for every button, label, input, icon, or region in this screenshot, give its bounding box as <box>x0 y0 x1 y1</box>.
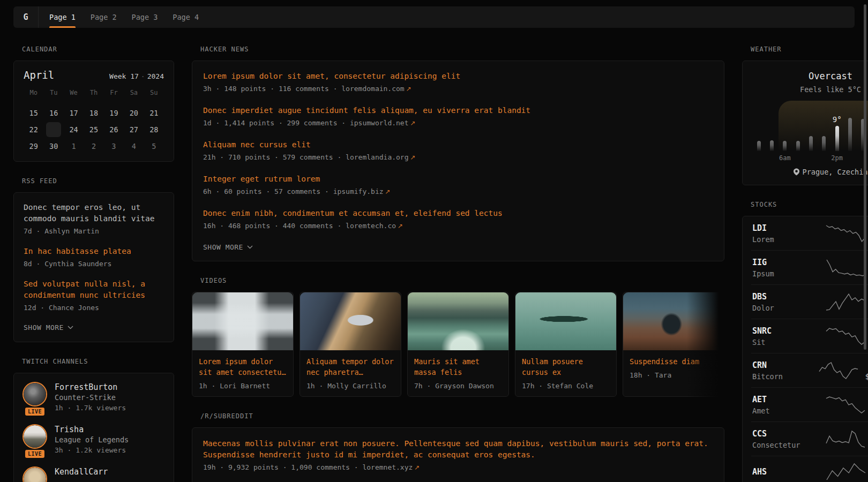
stock-identity: CCS Consectetur <box>752 428 812 450</box>
location-pin-icon <box>794 168 799 176</box>
widget-label: CALENDAR <box>22 46 174 53</box>
stock-row[interactable]: SNRC Sit +1.36% $148.64 <box>751 319 868 353</box>
video-card[interactable]: Aliquam tempor dolor nec pharetra… 1h · … <box>300 292 401 397</box>
hn-item-headline[interactable]: Donec imperdiet augue tincidunt felis al… <box>203 105 713 116</box>
subreddit-post-headline[interactable]: Maecenas mollis pulvinar erat non posuer… <box>203 438 713 461</box>
channel-avatar-wrap: LIVE <box>23 424 47 455</box>
video-thumbnail <box>300 292 401 350</box>
calendar-day: 4 <box>124 138 144 154</box>
calendar-day: 24 <box>64 121 84 138</box>
widget-label: VIDEOS <box>200 277 724 284</box>
calendar-weekday-row: MoTuWeThFrSaSu <box>24 87 164 98</box>
hn-item-domain[interactable]: loremlandia.org <box>346 153 408 161</box>
stock-ticker: CCS <box>752 428 812 439</box>
calendar-day: 21 <box>144 104 164 121</box>
weekday-label: Mo <box>24 87 43 98</box>
page-tab[interactable]: Page 2 <box>83 6 124 28</box>
videos-widget: VIDEOS Lorem ipsum dolor sit amet consec… <box>192 277 724 397</box>
rss-item-headline[interactable]: In hac habitasse platea <box>24 246 164 257</box>
hn-item-headline[interactable]: Aliquam nec cursus elit <box>203 139 713 150</box>
calendar-days-grid: 1516171819202122232425262728293012345 <box>24 104 164 154</box>
stock-row[interactable]: AET Amet +0.92% $499.72 <box>751 387 868 421</box>
weekday-label: Fr <box>104 87 124 98</box>
avatar <box>23 382 47 406</box>
stock-name: Dolor <box>752 303 812 313</box>
video-meta: 1h · Molly Carrillo <box>306 382 394 390</box>
dashboard-page: G Page 1 Page 2 Page 3 Pag <box>0 0 868 482</box>
rss-item: Sed volutpat nulla nisl, a condimentum n… <box>24 278 164 312</box>
video-title[interactable]: Mauris sit amet massa felis <box>414 356 502 378</box>
stock-name: Bitcorn <box>752 372 812 381</box>
subreddit-post-meta: 19h · 9,932 points · 1,090 comments · lo… <box>203 463 713 472</box>
stock-identity: AHS <box>752 466 812 477</box>
video-title[interactable]: Suspendisse diam <box>630 356 717 367</box>
twitch-channel-row[interactable]: LIVE ForrestBurton Counter-Strike 1h · 1… <box>23 382 165 413</box>
calendar-header: April Week 17·2024 <box>24 69 164 81</box>
channel-name: KendallCarr <box>55 466 108 477</box>
calendar-day: 5 <box>144 138 164 154</box>
calendar-day: 27 <box>124 121 144 138</box>
stock-row[interactable]: AHS +0.46% <box>751 456 868 482</box>
stock-sparkline <box>826 463 866 481</box>
calendar-day: 29 <box>24 138 43 154</box>
hn-item-domain[interactable]: ipsumworld.net <box>350 119 409 127</box>
video-title[interactable]: Lorem ipsum dolor sit amet consectetu… <box>199 356 287 378</box>
rss-item-list: Donec tempor eros leo, ut commodo mauris… <box>24 202 164 312</box>
page-tab[interactable]: Page 1 <box>42 6 83 28</box>
stock-row[interactable]: DBS Dolor +1.42% $156.28 <box>751 284 868 319</box>
hn-item-domain[interactable]: loremdomain.com <box>341 85 404 93</box>
video-card-body: Nullam posuere cursus ex 17h · Stefan Co… <box>515 350 616 396</box>
video-card[interactable]: Lorem ipsum dolor sit amet consectetu… 1… <box>192 292 294 397</box>
stock-row[interactable]: CCS Consectetur +0.51% $165.84 <box>751 421 868 456</box>
video-title[interactable]: Aliquam tempor dolor nec pharetra… <box>306 356 394 378</box>
calendar-day: 23 <box>43 121 63 138</box>
hn-item-domain[interactable]: ipsumify.biz <box>333 187 384 195</box>
rss-item-headline[interactable]: Donec tempor eros leo, ut commodo mauris… <box>24 202 164 224</box>
video-card[interactable]: Mauris sit amet massa felis 7h · Grayson… <box>407 292 509 397</box>
weather-bar-column <box>752 101 765 151</box>
page-tab-label: Page 3 <box>132 13 158 21</box>
twitch-channels-card: LIVE ForrestBurton Counter-Strike 1h · 1… <box>13 373 174 482</box>
app-logo[interactable]: G <box>13 6 39 28</box>
stock-row[interactable]: IIG Ipsum +2.84% $42.04 <box>751 250 868 284</box>
hn-meta-text: 6h · 60 points · 57 comments · <box>203 187 333 195</box>
stock-values: -1.00% $66,171.48 <box>865 360 868 381</box>
hn-item-headline[interactable]: Integer eget rutrum lorem <box>203 174 713 185</box>
scrollbar-thumb[interactable] <box>864 4 866 350</box>
chevron-down-icon <box>68 326 73 329</box>
stock-row[interactable]: CRN Bitcorn -1.00% $66,171.48 <box>751 353 868 387</box>
hn-item-headline[interactable]: Lorem ipsum dolor sit amet, consectetur … <box>203 71 713 82</box>
rss-item-meta: 12d · Chance Jones <box>24 303 164 312</box>
video-card[interactable]: Nullam posuere cursus ex 17h · Stefan Co… <box>515 292 617 397</box>
chevron-down-icon <box>247 245 253 249</box>
time-tick-label: 6am <box>779 154 791 162</box>
stocks-card: LDI Lorem +4.35% $795.18 <box>742 216 868 482</box>
page-tab[interactable]: Page 4 <box>165 6 206 28</box>
show-more-button[interactable]: SHOW MORE <box>24 322 73 335</box>
stock-row[interactable]: LDI Lorem +4.35% $795.18 <box>751 216 868 250</box>
show-more-label: SHOW MORE <box>203 243 243 251</box>
page-tab[interactable]: Page 3 <box>124 6 166 28</box>
channel-name: ForrestBurton <box>55 382 126 393</box>
subreddit-post-domain[interactable]: loremnet.xyz <box>362 463 413 471</box>
hn-item-meta: 6h · 60 points · 57 comments · ipsumify.… <box>203 187 713 197</box>
twitch-channel-row[interactable]: KendallCarr <box>23 466 165 482</box>
stock-sparkline <box>825 224 866 243</box>
channel-info: KendallCarr <box>55 466 108 482</box>
show-more-button[interactable]: SHOW MORE <box>203 242 253 254</box>
twitch-channel-row[interactable]: LIVE Trisha League of Legends 3h · 1.2k … <box>23 424 165 455</box>
hn-item-meta: 21h · 710 points · 579 comments · loreml… <box>203 153 713 162</box>
weather-location-label: Prague, Czechia <box>803 168 868 176</box>
video-card[interactable]: Suspendisse diam 18h · Tara <box>623 292 724 397</box>
temperature-bar <box>757 141 761 151</box>
stock-ticker: CRN <box>752 360 812 371</box>
hacker-news-card: Lorem ipsum dolor sit amet, consectetur … <box>192 61 724 261</box>
rss-item-headline[interactable]: Sed volutpat nulla nisl, a condimentum n… <box>24 278 164 301</box>
stock-identity: LDI Lorem <box>752 223 812 244</box>
hn-item-headline[interactable]: Donec enim nibh, condimentum et accumsan… <box>203 208 713 219</box>
subreddit-post: Maecenas mollis pulvinar erat non posuer… <box>203 438 713 472</box>
right-column: WEATHER Overcast Feels like 5°C <box>742 46 868 482</box>
time-tick-label: 2pm <box>831 154 843 162</box>
video-title[interactable]: Nullam posuere cursus ex <box>522 356 610 378</box>
hn-item-domain[interactable]: loremtech.co <box>346 222 396 230</box>
